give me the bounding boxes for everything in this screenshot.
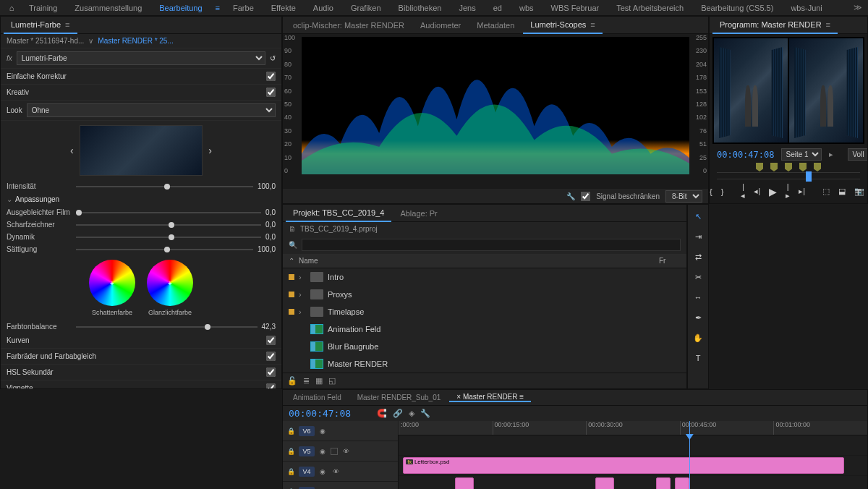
clip[interactable]: [656, 477, 670, 489]
ws-effekte[interactable]: Effekte: [263, 4, 305, 12]
play-icon[interactable]: ▶: [769, 186, 777, 197]
tl-tab-sub[interactable]: Master RENDER_Sub_01: [350, 394, 448, 401]
eye-icon[interactable]: ◉: [318, 468, 328, 475]
creative-toggle[interactable]: [266, 88, 276, 97]
curves-toggle[interactable]: [266, 336, 276, 345]
highlight-tint-wheel[interactable]: [147, 260, 193, 306]
timeline-timecode[interactable]: 00:00:47:08: [289, 408, 351, 419]
icon-view-icon[interactable]: ▦: [315, 376, 323, 386]
rw-lock-icon[interactable]: 🔓: [287, 376, 297, 386]
tab-metadaten[interactable]: Metadaten: [469, 17, 522, 34]
sync-lock-icon[interactable]: [331, 448, 338, 455]
marker-icon[interactable]: [770, 163, 778, 171]
section-hsl[interactable]: HSL Sekundär: [7, 368, 262, 376]
prev-look-icon[interactable]: ‹: [70, 145, 74, 156]
tab-clip-mixer[interactable]: oclip-Mischer: Master RENDER: [286, 17, 412, 34]
ws-zusammenstellung[interactable]: Zusammenstellung: [66, 4, 150, 12]
lane-v4[interactable]: [399, 476, 867, 489]
col-framerate[interactable]: Fr: [659, 257, 681, 265]
ws-wbs-juni[interactable]: wbs-Juni: [782, 4, 830, 12]
time-ruler[interactable]: :00:00 00:00:15:00 00:00:30:00 00:00:45:…: [399, 421, 867, 435]
hand-tool-icon[interactable]: ✋: [691, 331, 705, 345]
ws-audio[interactable]: Audio: [305, 4, 342, 12]
sequence-clip-label[interactable]: Master RENDER * 25...: [98, 37, 173, 45]
chevron-down-icon[interactable]: ⌄: [7, 195, 15, 203]
intensity-value[interactable]: 100,0: [258, 182, 276, 190]
section-creative[interactable]: Kreativ: [7, 88, 262, 96]
freeform-view-icon[interactable]: ◱: [328, 376, 336, 386]
linked-selection-icon[interactable]: 🔗: [393, 409, 403, 418]
seq-animation-feld[interactable]: Animation Feld: [283, 320, 686, 338]
faded-value[interactable]: 0,0: [265, 208, 276, 216]
tl-tab-master[interactable]: × Master RENDER ≡: [449, 393, 531, 402]
program-video[interactable]: [712, 37, 864, 144]
wrench-icon[interactable]: 🔧: [566, 192, 575, 200]
effect-select[interactable]: Lumetri-Farbe: [17, 51, 265, 65]
eye-icon[interactable]: ◉: [318, 448, 328, 455]
ws-overflow-icon[interactable]: ≫: [851, 3, 865, 12]
section-wheels[interactable]: Farbräder und Farbabgleich: [7, 352, 262, 360]
track-v5[interactable]: V5: [299, 446, 315, 456]
go-to-out-icon[interactable]: ▸|: [799, 187, 805, 196]
faded-slider[interactable]: [76, 212, 261, 213]
adjust-label[interactable]: Anpassungen: [15, 195, 59, 203]
track-select-tool-icon[interactable]: ⇥: [691, 229, 705, 244]
ws-bearbeitung[interactable]: Bearbeitung: [150, 4, 210, 12]
type-tool-icon[interactable]: T: [691, 351, 705, 365]
program-scrubber[interactable]: [717, 172, 860, 179]
section-curves[interactable]: Kurven: [7, 336, 262, 344]
clip[interactable]: [675, 477, 689, 489]
tl-tab-animation[interactable]: Animation Feld: [286, 394, 349, 401]
sharp-slider[interactable]: [76, 224, 261, 226]
clip[interactable]: [455, 477, 474, 489]
timeline-content[interactable]: :00:00 00:00:15:00 00:00:30:00 00:00:45:…: [399, 421, 867, 489]
look-select[interactable]: Ohne: [27, 103, 276, 117]
lane-v6[interactable]: [399, 435, 867, 456]
panel-menu-icon[interactable]: ≡: [590, 20, 595, 29]
bit-depth-select[interactable]: 8-Bit: [665, 190, 702, 203]
ws-jens[interactable]: Jens: [450, 4, 484, 12]
basic-toggle[interactable]: [266, 72, 276, 81]
seq-master-render[interactable]: Master RENDER: [283, 355, 686, 373]
track-v4[interactable]: V4: [299, 467, 315, 477]
vibrance-value[interactable]: 0,0: [265, 233, 276, 241]
ws-training[interactable]: Training: [20, 4, 66, 12]
ripple-tool-icon[interactable]: ⇄: [691, 250, 705, 264]
wheels-toggle[interactable]: [266, 352, 276, 361]
hsl-toggle[interactable]: [266, 367, 276, 377]
lock-icon[interactable]: 🔒: [286, 448, 296, 455]
section-vignette[interactable]: Vignette: [7, 384, 262, 388]
mark-out-icon[interactable]: }: [721, 187, 724, 196]
tab-lumetri-farbe[interactable]: Lumetri-Farbe≡: [4, 17, 77, 34]
seq-blur-baugrube[interactable]: Blur Baugrube: [283, 338, 686, 355]
marker-icon[interactable]: [756, 163, 763, 171]
marker-icon[interactable]: [799, 163, 807, 171]
marker-icon[interactable]: [785, 163, 792, 171]
intensity-slider[interactable]: [76, 186, 253, 187]
razor-tool-icon[interactable]: ✂: [691, 270, 705, 284]
master-clip-label[interactable]: Master * 25116947-hd...: [7, 37, 84, 45]
bin-timelapse[interactable]: ›Timelapse: [283, 303, 686, 320]
tintbalance-slider[interactable]: [76, 326, 258, 328]
ws-wbs-feb[interactable]: WBS Februar: [542, 4, 608, 12]
pen-tool-icon[interactable]: ✒: [691, 310, 705, 325]
eye-icon[interactable]: ◉: [318, 428, 328, 435]
page-select[interactable]: Seite 1: [781, 148, 822, 161]
lock-icon[interactable]: 🔒: [286, 428, 296, 435]
track-v3[interactable]: V3: [299, 487, 315, 490]
eye-icon[interactable]: 👁: [341, 448, 351, 455]
extract-icon[interactable]: ⬓: [838, 187, 846, 196]
slip-tool-icon[interactable]: ↔: [691, 290, 705, 305]
saturation-value[interactable]: 100,0: [258, 245, 276, 253]
ws-grafiken[interactable]: Grafiken: [342, 4, 390, 12]
tab-lumetri-scopes[interactable]: Lumetri-Scopes≡: [523, 17, 602, 34]
reset-icon[interactable]: ↺: [270, 54, 276, 62]
ws-ed[interactable]: ed: [485, 4, 511, 12]
marker-icon[interactable]: ◈: [409, 409, 414, 418]
go-to-in-icon[interactable]: |◂: [741, 182, 745, 200]
vignette-toggle[interactable]: [266, 383, 276, 388]
marker-icon[interactable]: [814, 163, 821, 171]
tab-ablage[interactable]: Ablage: Pr: [393, 205, 444, 222]
clip-letterbox[interactable]: fxLetterbox.psd: [403, 457, 843, 474]
page-next-icon[interactable]: ▸: [829, 150, 833, 159]
